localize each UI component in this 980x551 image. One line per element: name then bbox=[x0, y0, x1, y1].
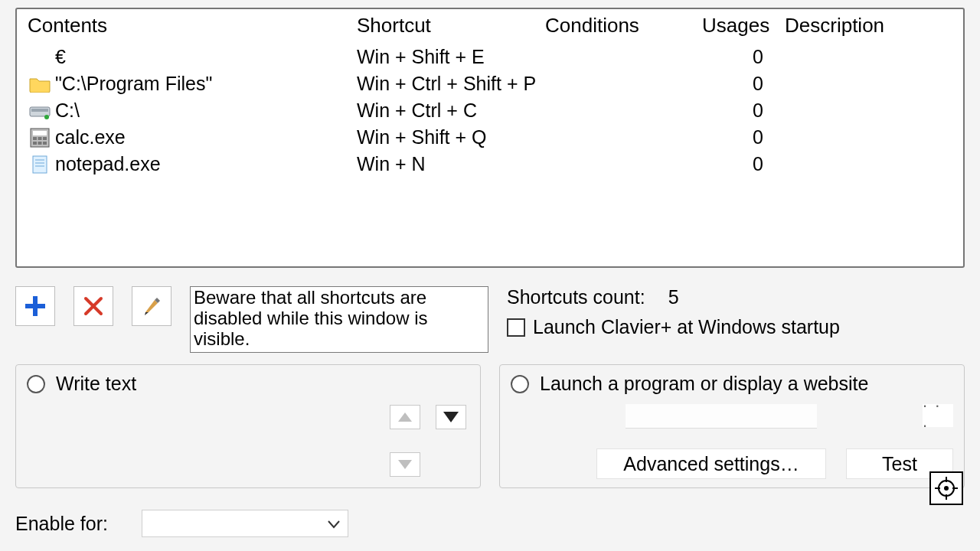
edit-button[interactable] bbox=[132, 286, 172, 326]
add-button[interactable] bbox=[15, 286, 55, 326]
spin-a-down[interactable] bbox=[390, 452, 420, 477]
svg-rect-11 bbox=[33, 156, 47, 173]
svg-marker-24 bbox=[443, 412, 459, 422]
row-usages: 0 bbox=[702, 151, 768, 178]
window-picker-button[interactable] bbox=[929, 471, 963, 505]
svg-rect-9 bbox=[38, 142, 42, 145]
header-contents[interactable]: Contents bbox=[28, 14, 357, 37]
row-contents: € bbox=[55, 44, 66, 70]
svg-marker-19 bbox=[145, 300, 158, 312]
folder-icon bbox=[28, 73, 52, 95]
row-contents: "C:\Program Files" bbox=[55, 70, 212, 97]
table-row[interactable]: notepad.exeWin + N0 bbox=[28, 151, 963, 178]
warning-message: Beware that all shortcuts are disabled w… bbox=[190, 286, 488, 353]
startup-checkbox[interactable] bbox=[507, 318, 525, 337]
svg-rect-6 bbox=[38, 137, 42, 140]
write-text-label: Write text bbox=[56, 373, 136, 395]
x-icon bbox=[83, 295, 104, 317]
header-usages[interactable]: Usages bbox=[702, 14, 768, 37]
delete-button[interactable] bbox=[74, 286, 113, 326]
row-usages: 0 bbox=[702, 44, 768, 70]
launch-label: Launch a program or display a website bbox=[540, 373, 868, 395]
row-usages: 0 bbox=[702, 124, 768, 151]
drive-icon bbox=[28, 100, 52, 122]
svg-marker-23 bbox=[398, 460, 412, 469]
triangle-down-icon bbox=[398, 460, 412, 469]
chevron-down-icon bbox=[326, 517, 341, 532]
triangle-up-icon bbox=[398, 412, 412, 422]
startup-label: Launch Clavier+ at Windows startup bbox=[533, 316, 840, 338]
svg-rect-4 bbox=[33, 131, 47, 135]
svg-point-26 bbox=[944, 486, 949, 491]
count-value: 5 bbox=[668, 286, 679, 308]
header-shortcut[interactable]: Shortcut bbox=[357, 14, 545, 37]
row-shortcut: Win + Shift + E bbox=[357, 44, 545, 70]
row-shortcut: Win + Ctrl + C bbox=[357, 97, 545, 124]
no-icon bbox=[28, 47, 52, 68]
table-row[interactable]: C:\Win + Ctrl + C0 bbox=[28, 97, 963, 124]
row-shortcut: Win + Shift + Q bbox=[357, 124, 545, 151]
write-text-panel: Write text bbox=[15, 364, 481, 488]
row-usages: 0 bbox=[702, 70, 768, 97]
crosshair-icon bbox=[935, 477, 958, 500]
svg-point-2 bbox=[44, 115, 49, 119]
row-contents: C:\ bbox=[55, 97, 80, 124]
row-usages: 0 bbox=[702, 97, 768, 124]
plus-icon bbox=[24, 295, 47, 318]
count-label: Shortcuts count: bbox=[507, 286, 645, 308]
pencil-icon bbox=[141, 295, 162, 317]
table-row[interactable]: calc.exeWin + Shift + Q0 bbox=[28, 124, 963, 151]
advanced-settings-button[interactable]: Advanced settings… bbox=[596, 448, 826, 479]
spin-a-up[interactable] bbox=[390, 405, 420, 429]
shortcuts-table[interactable]: Contents Shortcut Conditions Usages Desc… bbox=[15, 8, 965, 268]
row-contents: notepad.exe bbox=[55, 151, 161, 178]
row-shortcut: Win + N bbox=[357, 151, 545, 178]
calc-icon bbox=[28, 127, 52, 148]
enable-for-dropdown[interactable] bbox=[142, 510, 348, 537]
table-row[interactable]: €Win + Shift + E0 bbox=[28, 44, 963, 70]
triangle-down-icon bbox=[443, 412, 459, 422]
svg-rect-5 bbox=[33, 137, 37, 140]
svg-rect-7 bbox=[43, 137, 47, 140]
row-shortcut: Win + Ctrl + Shift + P bbox=[357, 70, 545, 97]
table-header-row: Contents Shortcut Conditions Usages Desc… bbox=[17, 9, 963, 44]
header-description[interactable]: Description bbox=[768, 14, 963, 37]
program-path-input[interactable] bbox=[626, 404, 817, 429]
svg-rect-16 bbox=[25, 304, 45, 308]
svg-rect-8 bbox=[33, 142, 37, 145]
spin-b-down[interactable] bbox=[436, 405, 466, 429]
enable-for-label: Enable for: bbox=[15, 513, 108, 535]
row-contents: calc.exe bbox=[55, 124, 126, 151]
table-row[interactable]: "C:\Program Files"Win + Ctrl + Shift + P… bbox=[28, 70, 963, 97]
write-text-radio[interactable] bbox=[27, 375, 45, 393]
svg-marker-22 bbox=[398, 412, 412, 422]
notepad-icon bbox=[28, 154, 52, 175]
header-conditions[interactable]: Conditions bbox=[545, 14, 702, 37]
browse-button[interactable]: · · · bbox=[923, 404, 953, 427]
svg-rect-1 bbox=[31, 109, 48, 112]
svg-rect-10 bbox=[43, 142, 47, 145]
svg-marker-21 bbox=[145, 312, 149, 315]
launch-panel: Launch a program or display a website · … bbox=[499, 364, 965, 488]
launch-radio[interactable] bbox=[511, 375, 529, 393]
